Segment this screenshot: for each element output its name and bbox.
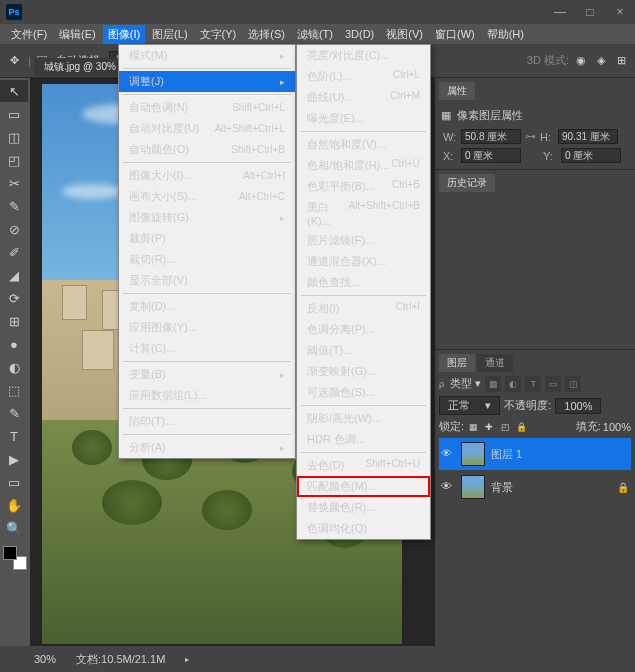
tool-3[interactable]: ◰ bbox=[0, 149, 28, 171]
filter-pixel-icon[interactable]: ▦ bbox=[485, 376, 501, 392]
layer-name[interactable]: 图层 1 bbox=[491, 447, 522, 462]
menu-item-替换颜色R[interactable]: 替换颜色(R)... bbox=[297, 497, 430, 518]
menu-item-曲线U[interactable]: 曲线(U)...Ctrl+M bbox=[297, 87, 430, 108]
menu-item-匹配颜色M[interactable]: 匹配颜色(M)... bbox=[297, 476, 430, 497]
menu-item-HDR 色调[interactable]: HDR 色调... bbox=[297, 429, 430, 450]
menu-item-色调分离P[interactable]: 色调分离(P)... bbox=[297, 319, 430, 340]
lock-art-icon[interactable]: ◰ bbox=[498, 420, 512, 434]
menu-item-自动颜色O[interactable]: 自动颜色(O)Shift+Ctrl+B bbox=[119, 139, 295, 160]
lock-pixel-icon[interactable]: ▦ bbox=[466, 420, 480, 434]
menu-item-变量B[interactable]: 变量(B)▸ bbox=[119, 364, 295, 385]
tool-4[interactable]: ✂ bbox=[0, 172, 28, 194]
tool-9[interactable]: ⟳ bbox=[0, 287, 28, 309]
tool-8[interactable]: ◢ bbox=[0, 264, 28, 286]
color-swatch[interactable] bbox=[3, 546, 27, 570]
menu-文件[interactable]: 文件(F) bbox=[6, 25, 52, 44]
menu-item-自动对比度U[interactable]: 自动对比度(U)Alt+Shift+Ctrl+L bbox=[119, 118, 295, 139]
mode3d-icon-3[interactable]: ⊞ bbox=[613, 53, 629, 69]
menu-item-照片滤镜F[interactable]: 照片滤镜(F)... bbox=[297, 230, 430, 251]
menu-图层[interactable]: 图层(L) bbox=[147, 25, 192, 44]
visibility-icon[interactable]: 👁 bbox=[441, 480, 455, 494]
kind-dropdown[interactable]: 类型 ▾ bbox=[450, 376, 481, 392]
menu-视图[interactable]: 视图(V) bbox=[381, 25, 428, 44]
menu-文字[interactable]: 文字(Y) bbox=[195, 25, 242, 44]
menu-item-画布大小S[interactable]: 画布大小(S)...Alt+Ctrl+C bbox=[119, 186, 295, 207]
doc-size[interactable]: 文档:10.5M/21.1M bbox=[76, 652, 165, 667]
menu-滤镜[interactable]: 滤镜(T) bbox=[292, 25, 338, 44]
tool-6[interactable]: ⊘ bbox=[0, 218, 28, 240]
filter-smart-icon[interactable]: ◫ bbox=[565, 376, 581, 392]
tool-11[interactable]: ● bbox=[0, 333, 28, 355]
tool-12[interactable]: ◐ bbox=[0, 356, 28, 378]
menu-item-渐变映射G[interactable]: 渐变映射(G)... bbox=[297, 361, 430, 382]
menu-item-阴影/高光W[interactable]: 阴影/高光(W)... bbox=[297, 408, 430, 429]
tool-13[interactable]: ⬚ bbox=[0, 379, 28, 401]
menu-item-阈值T[interactable]: 阈值(T)... bbox=[297, 340, 430, 361]
opacity-field[interactable]: 100% bbox=[555, 398, 601, 414]
menu-item-自然饱和度V[interactable]: 自然饱和度(V)... bbox=[297, 134, 430, 155]
menu-item-图像大小I[interactable]: 图像大小(I)...Alt+Ctrl+I bbox=[119, 165, 295, 186]
menu-item-可选颜色S[interactable]: 可选颜色(S)... bbox=[297, 382, 430, 403]
menu-item-色调均化Q[interactable]: 色调均化(Q) bbox=[297, 518, 430, 539]
tool-5[interactable]: ✎ bbox=[0, 195, 28, 217]
tool-19[interactable]: 🔍 bbox=[0, 517, 28, 539]
tool-10[interactable]: ⊞ bbox=[0, 310, 28, 332]
menu-item-反相I[interactable]: 反相(I)Ctrl+I bbox=[297, 298, 430, 319]
menu-item-分析A[interactable]: 分析(A)▸ bbox=[119, 437, 295, 458]
layer-thumbnail[interactable] bbox=[461, 442, 485, 466]
menu-item-通道混合器X[interactable]: 通道混合器(X)... bbox=[297, 251, 430, 272]
menu-item-复制D[interactable]: 复制(D)... bbox=[119, 296, 295, 317]
x-field[interactable] bbox=[461, 148, 521, 163]
menu-3D[interactable]: 3D(D) bbox=[340, 26, 379, 42]
zoom-level[interactable]: 30% bbox=[34, 653, 56, 665]
maximize-button[interactable]: □ bbox=[575, 0, 605, 24]
menu-item-黑白K[interactable]: 黑白(K)...Alt+Shift+Ctrl+B bbox=[297, 197, 430, 230]
lock-all-icon[interactable]: 🔒 bbox=[514, 420, 528, 434]
menu-item-色相/饱和度H[interactable]: 色相/饱和度(H)...Ctrl+U bbox=[297, 155, 430, 176]
menu-item-色彩平衡B[interactable]: 色彩平衡(B)...Ctrl+B bbox=[297, 176, 430, 197]
tab-layers[interactable]: 图层 bbox=[439, 354, 475, 372]
layer-thumbnail[interactable] bbox=[461, 475, 485, 499]
menu-item-亮度/对比度C[interactable]: 亮度/对比度(C)... bbox=[297, 45, 430, 66]
fill-field[interactable]: 100% bbox=[603, 421, 631, 433]
y-field[interactable] bbox=[561, 148, 621, 163]
tool-18[interactable]: ✋ bbox=[0, 494, 28, 516]
menu-帮助[interactable]: 帮助(H) bbox=[482, 25, 529, 44]
menu-选择[interactable]: 选择(S) bbox=[243, 25, 290, 44]
h-field[interactable] bbox=[558, 129, 618, 144]
close-button[interactable]: × bbox=[605, 0, 635, 24]
tab-channels[interactable]: 通道 bbox=[477, 354, 513, 372]
menu-item-自动色调N[interactable]: 自动色调(N)Shift+Ctrl+L bbox=[119, 97, 295, 118]
layer-row[interactable]: 👁背景🔒 bbox=[439, 471, 631, 503]
tab-properties[interactable]: 属性 bbox=[439, 82, 475, 100]
tool-7[interactable]: ✐ bbox=[0, 241, 28, 263]
w-field[interactable] bbox=[461, 129, 521, 144]
tool-0[interactable]: ↖ bbox=[0, 80, 28, 102]
mode3d-icon-2[interactable]: ◈ bbox=[593, 53, 609, 69]
menu-item-图像旋转G[interactable]: 图像旋转(G)▸ bbox=[119, 207, 295, 228]
menu-item-计算C[interactable]: 计算(C)... bbox=[119, 338, 295, 359]
menu-编辑[interactable]: 编辑(E) bbox=[54, 25, 101, 44]
minimize-button[interactable]: — bbox=[545, 0, 575, 24]
menu-窗口[interactable]: 窗口(W) bbox=[430, 25, 480, 44]
lock-pos-icon[interactable]: ✚ bbox=[482, 420, 496, 434]
menu-item-裁切R[interactable]: 裁切(R)... bbox=[119, 249, 295, 270]
tool-1[interactable]: ▭ bbox=[0, 103, 28, 125]
menu-item-去色D[interactable]: 去色(D)Shift+Ctrl+U bbox=[297, 455, 430, 476]
menu-item-曝光度E[interactable]: 曝光度(E)... bbox=[297, 108, 430, 129]
menu-item-颜色查找[interactable]: 颜色查找... bbox=[297, 272, 430, 293]
document-tab[interactable]: 城镇.jpg @ 30% bbox=[34, 58, 126, 76]
link-icon[interactable]: ⊶ bbox=[525, 130, 536, 143]
mode3d-icon-1[interactable]: ◉ bbox=[573, 53, 589, 69]
layer-name[interactable]: 背景 bbox=[491, 480, 513, 495]
layer-row[interactable]: 👁图层 1 bbox=[439, 438, 631, 470]
tool-16[interactable]: ▶ bbox=[0, 448, 28, 470]
menu-item-模式M[interactable]: 模式(M)▸ bbox=[119, 45, 295, 66]
filter-shape-icon[interactable]: ▭ bbox=[545, 376, 561, 392]
tab-history[interactable]: 历史记录 bbox=[439, 174, 495, 192]
menu-图像[interactable]: 图像(I) bbox=[103, 25, 145, 44]
tool-15[interactable]: T bbox=[0, 425, 28, 447]
visibility-icon[interactable]: 👁 bbox=[441, 447, 455, 461]
tool-17[interactable]: ▭ bbox=[0, 471, 28, 493]
filter-type-icon[interactable]: T bbox=[525, 376, 541, 392]
